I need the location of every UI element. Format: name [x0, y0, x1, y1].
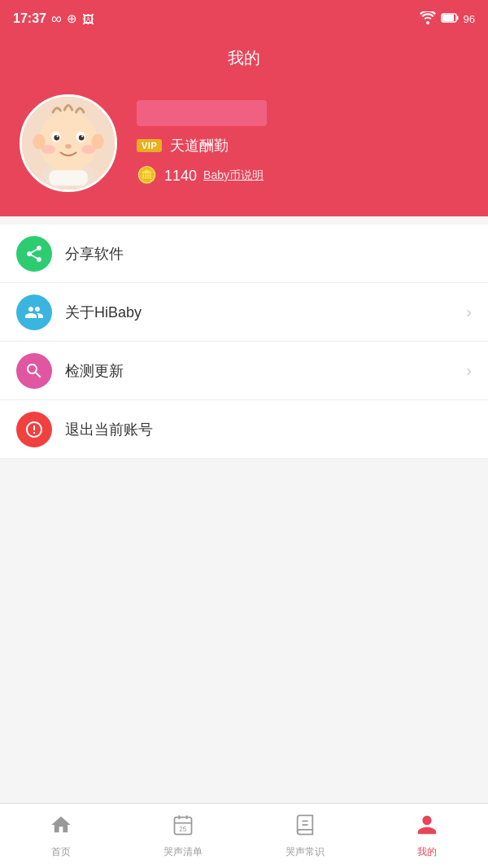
update-label: 检测更新 — [65, 361, 466, 381]
about-icon-bg — [16, 294, 52, 330]
about-icon — [24, 303, 44, 322]
update-icon — [24, 361, 44, 381]
share-label: 分享软件 — [65, 244, 472, 264]
svg-point-16 — [81, 145, 95, 154]
page-title: 我的 — [228, 47, 260, 69]
status-time: 17:37 — [13, 11, 46, 26]
profile-info: VIP 天道酬勤 🪙 1140 Baby币说明 — [137, 100, 468, 186]
svg-text:25: 25 — [179, 826, 187, 833]
coin-icon: 🪙 — [137, 165, 158, 186]
vip-row: VIP 天道酬勤 — [137, 136, 468, 155]
status-bar: 17:37 ∞ ⊕ 🖼 96 — [0, 0, 488, 37]
svg-point-13 — [81, 135, 83, 137]
status-left: 17:37 ∞ ⊕ 🖼 — [13, 11, 94, 28]
share-icon — [24, 244, 44, 264]
menu-item-update[interactable]: 检测更新 › — [0, 342, 488, 400]
nav-item-home[interactable]: 首页 — [0, 813, 122, 859]
status-right: 96 — [420, 11, 475, 27]
about-label: 关于HiBaby — [65, 303, 466, 322]
about-arrow-icon: › — [466, 303, 472, 321]
logout-icon — [24, 420, 44, 439]
coins-row: 🪙 1140 Baby币说明 — [137, 165, 468, 186]
update-arrow-icon: › — [466, 361, 472, 380]
coin-count: 1140 — [164, 168, 197, 185]
svg-point-15 — [41, 145, 55, 154]
share-icon-bg — [16, 236, 52, 272]
vip-badge: VIP — [137, 139, 162, 152]
wifi-icon — [420, 11, 436, 27]
mine-icon — [416, 813, 438, 842]
svg-point-12 — [57, 135, 59, 137]
profile-section: VIP 天道酬勤 🪙 1140 Baby币说明 — [0, 78, 488, 216]
svg-rect-1 — [456, 15, 458, 20]
menu-list: 分享软件 关于HiBaby › 检测更新 › 退出当前账号 — [0, 225, 488, 459]
battery-outline-icon — [441, 12, 459, 26]
mine-label: 我的 — [417, 845, 437, 859]
logout-icon-bg — [16, 412, 52, 447]
username-display: 天道酬勤 — [170, 136, 229, 155]
logout-label: 退出当前账号 — [65, 420, 472, 439]
avatar[interactable] — [20, 94, 117, 192]
menu-item-share[interactable]: 分享软件 — [0, 225, 488, 283]
menu-item-about[interactable]: 关于HiBaby › — [0, 283, 488, 342]
avatar-image — [22, 97, 115, 190]
page-header: 我的 — [0, 37, 488, 78]
svg-rect-17 — [49, 170, 88, 185]
cryknowledge-label: 哭声常识 — [285, 845, 325, 859]
svg-point-14 — [65, 144, 72, 149]
coin-link[interactable]: Baby币说明 — [203, 168, 264, 183]
crylist-label: 哭声清单 — [163, 845, 203, 859]
nav-item-mine[interactable]: 我的 — [366, 813, 488, 859]
nav-item-crylist[interactable]: 25 哭声清单 — [122, 813, 244, 859]
bottom-nav: 首页 25 哭声清单 哭声常识 — [0, 803, 488, 868]
svg-point-5 — [39, 111, 98, 172]
notification-icon: ⊕ — [67, 11, 77, 26]
home-label: 首页 — [51, 845, 71, 859]
cryknowledge-icon — [294, 813, 316, 842]
image-icon: 🖼 — [82, 12, 94, 26]
home-icon — [50, 813, 72, 842]
battery-level: 96 — [464, 13, 475, 25]
update-icon-bg — [16, 353, 52, 389]
menu-item-logout[interactable]: 退出当前账号 — [0, 400, 488, 459]
crylist-icon: 25 — [172, 813, 194, 842]
infinity-icon: ∞ — [51, 11, 62, 28]
svg-rect-2 — [442, 15, 454, 21]
nav-item-cryknowledge[interactable]: 哭声常识 — [244, 813, 366, 859]
username-placeholder-bar — [137, 100, 267, 126]
